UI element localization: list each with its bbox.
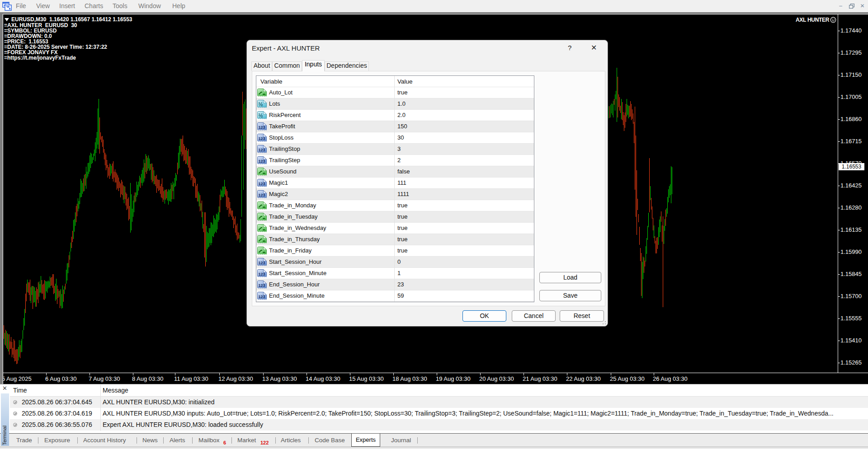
svg-text:123: 123 <box>259 261 265 265</box>
svg-text:½: ½ <box>259 101 263 108</box>
svg-text:123: 123 <box>259 272 265 276</box>
svg-text:123: 123 <box>259 193 265 197</box>
svg-text:123: 123 <box>259 159 265 164</box>
svg-text:123: 123 <box>259 283 265 288</box>
svg-text:123: 123 <box>259 295 265 299</box>
svg-text:123: 123 <box>259 182 265 186</box>
svg-text:123: 123 <box>259 148 265 152</box>
svg-text:123: 123 <box>259 125 265 130</box>
svg-text:123: 123 <box>259 136 265 141</box>
svg-text:½: ½ <box>259 112 263 119</box>
